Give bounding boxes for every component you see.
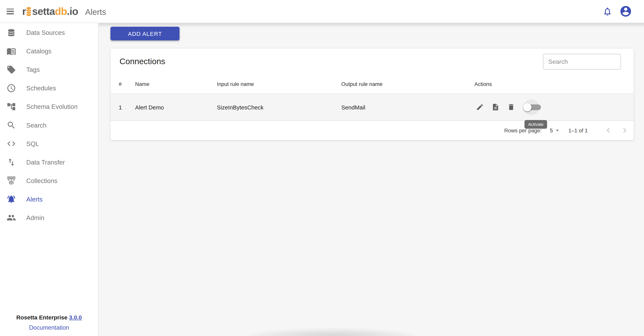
sidebar-item-data-sources[interactable]: Data Sources <box>0 24 98 42</box>
notifications-bell-icon[interactable] <box>602 6 612 16</box>
sidebar-item-sql[interactable]: SQL <box>0 135 98 153</box>
bell-icon <box>6 194 16 204</box>
chevron-left-icon <box>604 125 613 135</box>
sidebar-item-label: Schema Evolution <box>26 103 78 110</box>
activate-toggle[interactable] <box>524 99 539 115</box>
schema-icon <box>6 102 16 111</box>
transfer-icon <box>6 157 16 167</box>
search-icon <box>6 120 16 130</box>
table-header-row: # Name Input rule name Output rule name … <box>110 74 634 94</box>
pagination-range: 1–1 of 1 <box>568 127 588 133</box>
menu-icon[interactable] <box>6 9 14 14</box>
previous-page-button[interactable] <box>604 125 613 135</box>
version-link[interactable]: 3.0.0 <box>69 314 82 321</box>
coin-stack-icon <box>26 6 32 17</box>
sidebar-item-label: Data Sources <box>26 29 65 36</box>
sidebar-item-label: Catalogs <box>26 47 52 55</box>
sidebar-item-alerts[interactable]: Alerts <box>0 190 98 208</box>
database-icon <box>6 28 16 37</box>
col-header-actions: Actions <box>474 81 634 87</box>
cell-actions <box>476 99 634 115</box>
product-name: Rosetta Enterprise <box>16 314 68 321</box>
collections-icon <box>6 176 16 185</box>
page-title: Alerts <box>85 7 106 16</box>
sidebar-item-search[interactable]: Search <box>0 116 98 135</box>
code-icon <box>6 139 16 148</box>
sidebar-item-catalogs[interactable]: Catalogs <box>0 42 98 61</box>
sidebar-item-schema-evolution[interactable]: Schema Evolution <box>0 98 98 116</box>
delete-icon[interactable] <box>507 103 515 111</box>
sidebar-item-label: SQL <box>26 140 39 147</box>
rosettadb-logo[interactable]: r settadb.io <box>22 6 78 17</box>
sidebar-item-label: Admin <box>26 214 44 221</box>
cell-name: Alert Demo <box>135 104 217 110</box>
sidebar-item-label: Search <box>26 122 46 129</box>
main-content: ADD ALERT Connections # Name Input rule … <box>98 23 644 336</box>
app-bar: r settadb.io Alerts <box>0 0 644 23</box>
sidebar-footer: Rosetta Enterprise 3.0.0 Documentation <box>0 313 98 333</box>
sidebar-item-label: Tags <box>26 66 40 73</box>
cell-output-rule: SendMail <box>341 104 474 110</box>
sidebar-nav: Data Sources Catalogs Tags Schedules Sch… <box>0 23 98 227</box>
table-row: 1 Alert Demo SizeInBytesCheck SendMail <box>110 94 634 121</box>
sidebar-item-schedules[interactable]: Schedules <box>0 79 98 98</box>
edit-icon[interactable] <box>476 103 484 111</box>
sidebar-item-admin[interactable]: Admin <box>0 208 98 227</box>
connections-card: Connections # Name Input rule name Outpu… <box>110 49 634 140</box>
card-title: Connections <box>120 57 165 66</box>
rows-per-page-select[interactable]: 5 <box>550 127 561 134</box>
sidebar-item-data-transfer[interactable]: Data Transfer <box>0 153 98 171</box>
pagination-bar: Rows per page: 5 1–1 of 1 <box>110 121 634 140</box>
sidebar-item-tags[interactable]: Tags <box>0 61 98 79</box>
col-header-name: Name <box>135 81 217 87</box>
sidebar-item-label: Alerts <box>26 196 43 203</box>
logo-text-setta: setta <box>32 6 55 16</box>
sidebar-item-label: Collections <box>26 177 58 184</box>
people-icon <box>6 213 16 222</box>
col-header-output-rule: Output rule name <box>341 81 474 87</box>
toggle-knob <box>523 103 532 111</box>
activate-tooltip: Activate <box>524 120 547 129</box>
chevron-right-icon <box>620 125 630 135</box>
cell-input-rule: SizeInBytesCheck <box>217 104 342 110</box>
bottom-edge-shadow <box>222 324 444 336</box>
app: r settadb.io Alerts Data Sources <box>0 0 644 336</box>
sidebar-item-label: Schedules <box>26 85 56 92</box>
dropdown-arrow-icon <box>554 127 561 134</box>
clock-icon <box>6 83 16 93</box>
tag-icon <box>6 65 16 74</box>
next-page-button[interactable] <box>620 125 630 135</box>
rows-per-page-value: 5 <box>550 127 553 133</box>
logo-text-r: r <box>22 6 26 16</box>
document-icon[interactable] <box>492 103 500 111</box>
book-icon <box>6 47 16 56</box>
product-version: Rosetta Enterprise 3.0.0 <box>0 313 98 322</box>
search-input[interactable] <box>543 54 621 69</box>
card-header: Connections <box>110 49 634 74</box>
sidebar-item-collections[interactable]: Collections <box>0 171 98 190</box>
documentation-link[interactable]: Documentation <box>29 324 69 331</box>
cell-num: 1 <box>119 104 135 110</box>
sidebar-item-label: Data Transfer <box>26 159 65 166</box>
sidebar: Data Sources Catalogs Tags Schedules Sch… <box>0 23 98 336</box>
user-avatar[interactable] <box>619 5 632 18</box>
col-header-input-rule: Input rule name <box>217 81 342 87</box>
add-alert-button[interactable]: ADD ALERT <box>110 27 180 40</box>
col-header-num: # <box>119 81 135 87</box>
logo-text-io: .io <box>67 6 78 16</box>
logo-text-db: db <box>55 6 67 16</box>
